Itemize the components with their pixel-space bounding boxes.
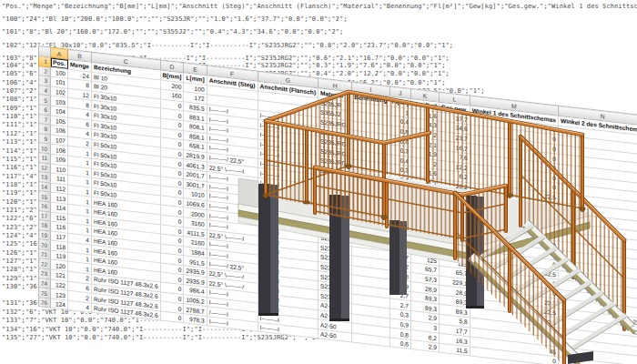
cell[interactable]: 0,6 [389, 338, 410, 349]
screenshot-stage: "Pos.";"Menge";"Bezeichnung";"B[mm]";"L[… [0, 0, 637, 364]
cell[interactable]: 4 [68, 300, 92, 313]
cell[interactable]: 0 [160, 311, 184, 324]
csv-line: "101";"8";"Bl 20";"160.0";"172.0";"";"";… [2, 28, 343, 35]
csv-line: "100";"24";"Bl 10";"200.0";"100.0";"";""… [2, 15, 348, 23]
cell[interactable]: 124 [51, 298, 68, 310]
cell[interactable]: 978,3 [184, 314, 207, 326]
csv-line: "Pos.";"Menge";"Bezeichnung";"B[mm]";"L[… [2, 3, 637, 10]
csv-line: "102";"12";"Fl 30x10";"0.0";"835.5";"I--… [2, 42, 453, 49]
row-header-26[interactable]: 26 [39, 297, 51, 308]
